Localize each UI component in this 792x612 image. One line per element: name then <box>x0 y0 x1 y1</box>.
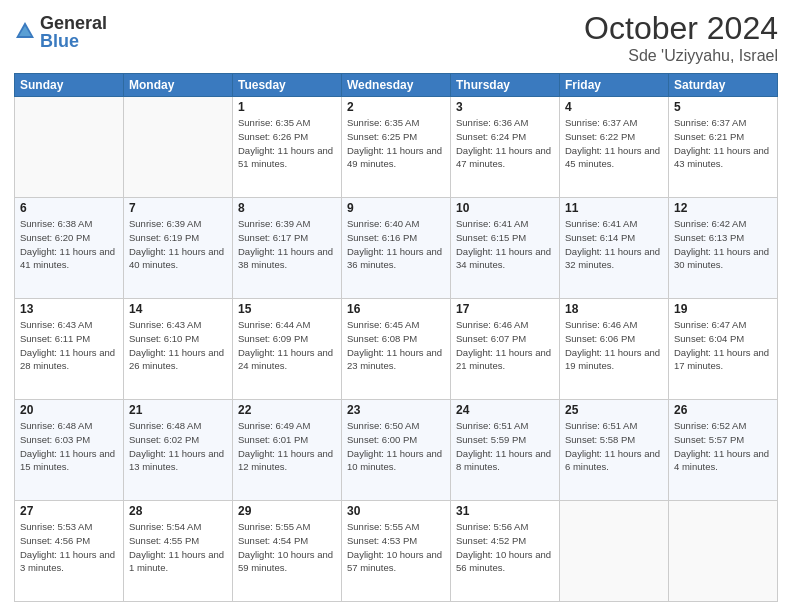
table-row: 13Sunrise: 6:43 AM Sunset: 6:11 PM Dayli… <box>15 299 124 400</box>
location-title: Sde 'Uziyyahu, Israel <box>584 47 778 65</box>
table-row: 8Sunrise: 6:39 AM Sunset: 6:17 PM Daylig… <box>233 198 342 299</box>
day-number: 17 <box>456 302 554 316</box>
day-info: Sunrise: 6:35 AM Sunset: 6:25 PM Dayligh… <box>347 116 445 171</box>
day-number: 18 <box>565 302 663 316</box>
table-row: 15Sunrise: 6:44 AM Sunset: 6:09 PM Dayli… <box>233 299 342 400</box>
day-number: 7 <box>129 201 227 215</box>
day-number: 28 <box>129 504 227 518</box>
col-tuesday: Tuesday <box>233 74 342 97</box>
day-number: 3 <box>456 100 554 114</box>
table-row <box>669 501 778 602</box>
table-row: 16Sunrise: 6:45 AM Sunset: 6:08 PM Dayli… <box>342 299 451 400</box>
col-friday: Friday <box>560 74 669 97</box>
day-info: Sunrise: 6:52 AM Sunset: 5:57 PM Dayligh… <box>674 419 772 474</box>
day-info: Sunrise: 6:48 AM Sunset: 6:03 PM Dayligh… <box>20 419 118 474</box>
day-number: 20 <box>20 403 118 417</box>
day-number: 26 <box>674 403 772 417</box>
table-row: 28Sunrise: 5:54 AM Sunset: 4:55 PM Dayli… <box>124 501 233 602</box>
calendar-table: Sunday Monday Tuesday Wednesday Thursday… <box>14 73 778 602</box>
col-thursday: Thursday <box>451 74 560 97</box>
page: General Blue October 2024 Sde 'Uziyyahu,… <box>0 0 792 612</box>
table-row: 24Sunrise: 6:51 AM Sunset: 5:59 PM Dayli… <box>451 400 560 501</box>
day-info: Sunrise: 6:50 AM Sunset: 6:00 PM Dayligh… <box>347 419 445 474</box>
day-number: 4 <box>565 100 663 114</box>
table-row: 22Sunrise: 6:49 AM Sunset: 6:01 PM Dayli… <box>233 400 342 501</box>
day-info: Sunrise: 6:41 AM Sunset: 6:14 PM Dayligh… <box>565 217 663 272</box>
table-row: 27Sunrise: 5:53 AM Sunset: 4:56 PM Dayli… <box>15 501 124 602</box>
day-number: 23 <box>347 403 445 417</box>
table-row: 30Sunrise: 5:55 AM Sunset: 4:53 PM Dayli… <box>342 501 451 602</box>
day-info: Sunrise: 6:43 AM Sunset: 6:10 PM Dayligh… <box>129 318 227 373</box>
day-number: 15 <box>238 302 336 316</box>
day-info: Sunrise: 6:41 AM Sunset: 6:15 PM Dayligh… <box>456 217 554 272</box>
logo-text: General Blue <box>40 14 107 50</box>
table-row: 5Sunrise: 6:37 AM Sunset: 6:21 PM Daylig… <box>669 97 778 198</box>
day-info: Sunrise: 5:55 AM Sunset: 4:54 PM Dayligh… <box>238 520 336 575</box>
calendar-week-row: 6Sunrise: 6:38 AM Sunset: 6:20 PM Daylig… <box>15 198 778 299</box>
table-row: 25Sunrise: 6:51 AM Sunset: 5:58 PM Dayli… <box>560 400 669 501</box>
day-number: 14 <box>129 302 227 316</box>
logo-general-text: General <box>40 14 107 32</box>
header: General Blue October 2024 Sde 'Uziyyahu,… <box>14 10 778 65</box>
day-number: 25 <box>565 403 663 417</box>
day-info: Sunrise: 6:37 AM Sunset: 6:22 PM Dayligh… <box>565 116 663 171</box>
calendar-week-row: 20Sunrise: 6:48 AM Sunset: 6:03 PM Dayli… <box>15 400 778 501</box>
day-info: Sunrise: 5:55 AM Sunset: 4:53 PM Dayligh… <box>347 520 445 575</box>
day-info: Sunrise: 6:38 AM Sunset: 6:20 PM Dayligh… <box>20 217 118 272</box>
day-number: 12 <box>674 201 772 215</box>
logo-icon <box>14 20 36 42</box>
day-number: 8 <box>238 201 336 215</box>
col-saturday: Saturday <box>669 74 778 97</box>
col-wednesday: Wednesday <box>342 74 451 97</box>
day-number: 9 <box>347 201 445 215</box>
table-row: 10Sunrise: 6:41 AM Sunset: 6:15 PM Dayli… <box>451 198 560 299</box>
day-info: Sunrise: 6:49 AM Sunset: 6:01 PM Dayligh… <box>238 419 336 474</box>
calendar-header-row: Sunday Monday Tuesday Wednesday Thursday… <box>15 74 778 97</box>
day-info: Sunrise: 6:39 AM Sunset: 6:19 PM Dayligh… <box>129 217 227 272</box>
logo: General Blue <box>14 14 107 50</box>
day-number: 31 <box>456 504 554 518</box>
table-row: 31Sunrise: 5:56 AM Sunset: 4:52 PM Dayli… <box>451 501 560 602</box>
table-row: 1Sunrise: 6:35 AM Sunset: 6:26 PM Daylig… <box>233 97 342 198</box>
day-number: 13 <box>20 302 118 316</box>
day-number: 2 <box>347 100 445 114</box>
title-area: October 2024 Sde 'Uziyyahu, Israel <box>584 10 778 65</box>
calendar-week-row: 1Sunrise: 6:35 AM Sunset: 6:26 PM Daylig… <box>15 97 778 198</box>
day-number: 29 <box>238 504 336 518</box>
table-row: 9Sunrise: 6:40 AM Sunset: 6:16 PM Daylig… <box>342 198 451 299</box>
day-info: Sunrise: 6:48 AM Sunset: 6:02 PM Dayligh… <box>129 419 227 474</box>
day-info: Sunrise: 6:35 AM Sunset: 6:26 PM Dayligh… <box>238 116 336 171</box>
day-info: Sunrise: 5:56 AM Sunset: 4:52 PM Dayligh… <box>456 520 554 575</box>
day-info: Sunrise: 6:36 AM Sunset: 6:24 PM Dayligh… <box>456 116 554 171</box>
table-row: 14Sunrise: 6:43 AM Sunset: 6:10 PM Dayli… <box>124 299 233 400</box>
col-sunday: Sunday <box>15 74 124 97</box>
table-row: 26Sunrise: 6:52 AM Sunset: 5:57 PM Dayli… <box>669 400 778 501</box>
day-info: Sunrise: 6:51 AM Sunset: 5:58 PM Dayligh… <box>565 419 663 474</box>
day-number: 10 <box>456 201 554 215</box>
day-number: 24 <box>456 403 554 417</box>
table-row: 6Sunrise: 6:38 AM Sunset: 6:20 PM Daylig… <box>15 198 124 299</box>
day-info: Sunrise: 6:46 AM Sunset: 6:07 PM Dayligh… <box>456 318 554 373</box>
day-number: 30 <box>347 504 445 518</box>
day-info: Sunrise: 6:42 AM Sunset: 6:13 PM Dayligh… <box>674 217 772 272</box>
day-info: Sunrise: 6:46 AM Sunset: 6:06 PM Dayligh… <box>565 318 663 373</box>
day-info: Sunrise: 6:51 AM Sunset: 5:59 PM Dayligh… <box>456 419 554 474</box>
day-info: Sunrise: 6:37 AM Sunset: 6:21 PM Dayligh… <box>674 116 772 171</box>
day-info: Sunrise: 6:40 AM Sunset: 6:16 PM Dayligh… <box>347 217 445 272</box>
table-row: 20Sunrise: 6:48 AM Sunset: 6:03 PM Dayli… <box>15 400 124 501</box>
table-row: 7Sunrise: 6:39 AM Sunset: 6:19 PM Daylig… <box>124 198 233 299</box>
day-number: 6 <box>20 201 118 215</box>
day-info: Sunrise: 6:45 AM Sunset: 6:08 PM Dayligh… <box>347 318 445 373</box>
day-info: Sunrise: 6:43 AM Sunset: 6:11 PM Dayligh… <box>20 318 118 373</box>
day-number: 22 <box>238 403 336 417</box>
table-row <box>124 97 233 198</box>
col-monday: Monday <box>124 74 233 97</box>
table-row: 29Sunrise: 5:55 AM Sunset: 4:54 PM Dayli… <box>233 501 342 602</box>
table-row: 23Sunrise: 6:50 AM Sunset: 6:00 PM Dayli… <box>342 400 451 501</box>
table-row: 4Sunrise: 6:37 AM Sunset: 6:22 PM Daylig… <box>560 97 669 198</box>
day-number: 19 <box>674 302 772 316</box>
day-number: 21 <box>129 403 227 417</box>
day-number: 27 <box>20 504 118 518</box>
table-row: 18Sunrise: 6:46 AM Sunset: 6:06 PM Dayli… <box>560 299 669 400</box>
day-number: 1 <box>238 100 336 114</box>
